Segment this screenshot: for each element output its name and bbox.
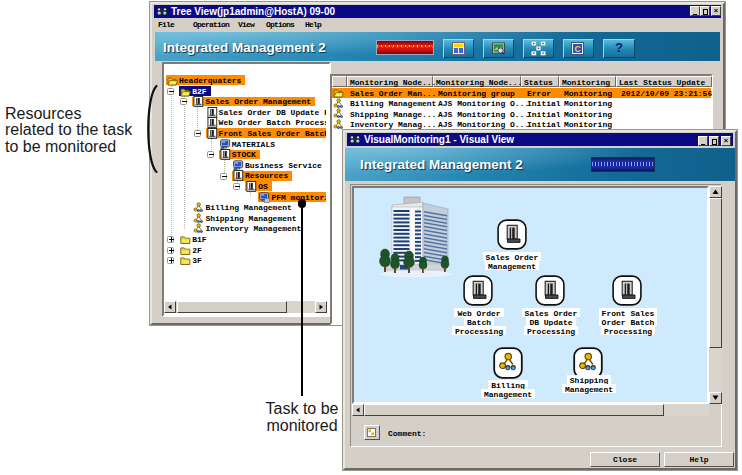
svg-text:C: C bbox=[574, 44, 580, 54]
